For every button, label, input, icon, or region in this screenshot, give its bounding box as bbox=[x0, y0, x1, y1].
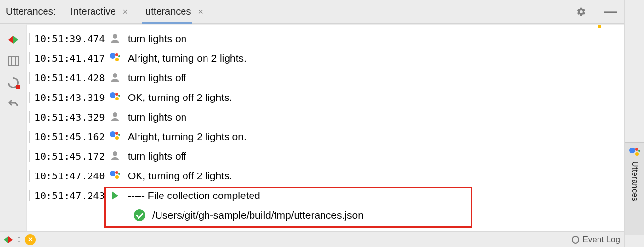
gear-icon[interactable] bbox=[574, 4, 589, 19]
event-log-button[interactable]: Event Log bbox=[572, 235, 620, 245]
log-timestamp: 10:51:41.417 bbox=[29, 52, 102, 64]
truncated-indicator-dot bbox=[598, 25, 601, 28]
user-icon bbox=[102, 150, 128, 162]
right-tool-strip: Utterances bbox=[624, 0, 644, 247]
log-message: turn lights on bbox=[128, 111, 186, 123]
rerun-icon[interactable] bbox=[7, 33, 20, 46]
log-line: /Users/git/gh-sample/build/tmp/utterance… bbox=[29, 205, 624, 225]
log-line: 10:51:41.417Alright, turning on 2 lights… bbox=[29, 49, 624, 68]
log-message: OK, turning off 2 lights. bbox=[128, 92, 232, 103]
log-message: OK, turning off 2 lights. bbox=[128, 170, 232, 182]
panel-title: Utterances: bbox=[6, 6, 56, 17]
log-timestamp: 10:51:41.428 bbox=[29, 72, 102, 84]
minimize-icon[interactable]: — bbox=[603, 4, 618, 19]
google-assistant-icon bbox=[629, 148, 640, 158]
log-line: 10:51:39.474turn lights on bbox=[29, 29, 624, 49]
tab-utterances[interactable]: utterances × bbox=[145, 0, 206, 23]
log-line: 10:51:43.319OK, turning off 2 lights. bbox=[29, 88, 624, 107]
google-assistant-icon bbox=[102, 171, 128, 181]
log-line: 10:51:41.428turn lights off bbox=[29, 68, 624, 88]
utterances-tabbar: Utterances: Interactive × utterances × — bbox=[0, 0, 624, 24]
play-icon bbox=[102, 191, 128, 200]
log-line: 10:51:45.172turn lights off bbox=[29, 147, 624, 166]
tab-label: utterances bbox=[145, 6, 191, 17]
tool-gutter bbox=[0, 24, 26, 231]
layout-icon[interactable] bbox=[7, 55, 20, 68]
user-icon bbox=[102, 72, 128, 84]
log-timestamp: 10:51:47.243 bbox=[29, 190, 102, 201]
google-assistant-icon bbox=[102, 92, 128, 103]
utterances-tool-window-tab[interactable]: Utterances bbox=[625, 142, 644, 235]
log-line: 10:51:47.243----- File collection comple… bbox=[29, 186, 624, 205]
log-timestamp: 10:51:43.319 bbox=[29, 92, 102, 103]
status-colon: : bbox=[18, 234, 20, 245]
log-timestamp: 10:51:45.162 bbox=[29, 131, 102, 143]
close-icon[interactable]: × bbox=[195, 7, 206, 16]
close-icon[interactable]: × bbox=[120, 7, 131, 16]
event-log-label: Event Log bbox=[582, 235, 620, 245]
log-message: ----- File collection completed bbox=[128, 190, 260, 201]
log-timestamp: 10:51:45.172 bbox=[29, 150, 102, 162]
status-bar: : Event Log bbox=[0, 231, 624, 247]
right-tab-label: Utterances bbox=[630, 161, 639, 201]
google-assistant-icon bbox=[102, 131, 128, 142]
log-message: Alright, turning 2 lights on. bbox=[128, 131, 247, 143]
log-message: /Users/git/gh-sample/build/tmp/utterance… bbox=[152, 209, 364, 221]
log-console[interactable]: 10:51:39.474turn lights on10:51:41.417Al… bbox=[26, 24, 624, 231]
log-timestamp: 10:51:47.240 bbox=[29, 170, 102, 182]
run-indicator-icon[interactable] bbox=[4, 236, 13, 243]
check-icon bbox=[127, 209, 152, 221]
user-icon bbox=[102, 33, 128, 45]
tab-label: Interactive bbox=[70, 6, 115, 17]
tab-interactive[interactable]: Interactive × bbox=[70, 0, 131, 23]
log-line: 10:51:45.162Alright, turning 2 lights on… bbox=[29, 127, 624, 147]
log-line: 10:51:47.240OK, turning off 2 lights. bbox=[29, 166, 624, 186]
user-icon bbox=[102, 111, 128, 123]
google-assistant-icon bbox=[102, 53, 128, 64]
log-message: turn lights off bbox=[128, 150, 186, 162]
error-badge-icon[interactable] bbox=[25, 234, 36, 245]
log-message: Alright, turning on 2 lights. bbox=[128, 52, 247, 64]
restart-icon[interactable] bbox=[7, 76, 20, 89]
log-message: turn lights off bbox=[128, 72, 186, 84]
log-line: 10:51:43.329turn lights on bbox=[29, 107, 624, 127]
undo-icon[interactable] bbox=[7, 98, 20, 111]
log-message: turn lights on bbox=[128, 33, 186, 45]
log-timestamp: 10:51:39.474 bbox=[29, 33, 102, 45]
event-log-icon bbox=[572, 236, 579, 244]
log-timestamp: 10:51:43.329 bbox=[29, 111, 102, 123]
